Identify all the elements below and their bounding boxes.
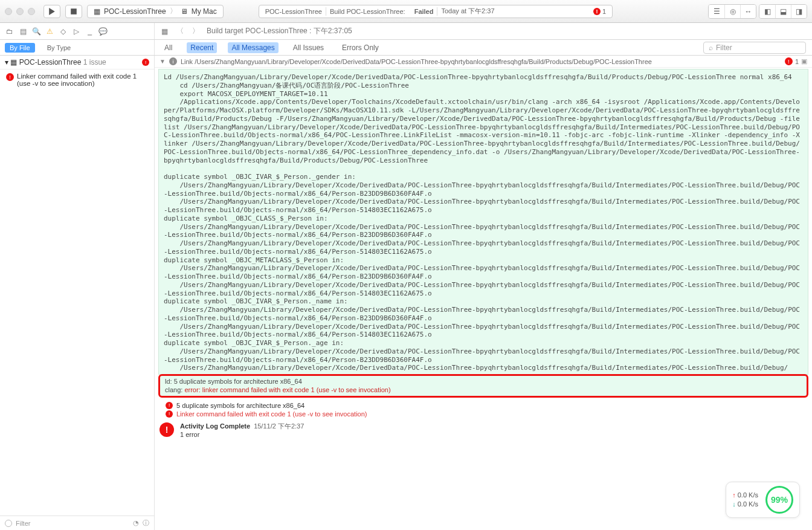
- scheme-device: My Mac: [192, 7, 217, 16]
- back-icon[interactable]: 〈: [175, 27, 185, 36]
- ld-error-line: ld: 5 duplicate symbols for architecture…: [165, 377, 802, 386]
- nav-filter-placeholder[interactable]: Filter: [16, 520, 129, 527]
- log-filter[interactable]: ⌕ Filter: [703, 42, 806, 54]
- percent-ring: 99%: [765, 486, 793, 514]
- error-count: 1: [602, 8, 606, 15]
- link-step-text: Link /Users/ZhangMangyuan/Library/Develo…: [181, 58, 652, 65]
- link-error-count: 1: [795, 58, 799, 65]
- breakpoint-nav-icon[interactable]: ⎯: [85, 27, 94, 36]
- funnel-icon: ⌕: [709, 44, 713, 52]
- disclosure-icon[interactable]: ▼: [160, 58, 166, 65]
- scope-by-type[interactable]: By Type: [42, 43, 76, 53]
- build-log-editor: ▼ i Link /Users/ZhangMangyuan/Library/De…: [155, 56, 812, 530]
- activity-status: Failed: [414, 8, 434, 15]
- report-nav-icon[interactable]: 💬: [98, 27, 108, 36]
- activity-action: Build POC-LessionThree:: [330, 8, 405, 15]
- error-icon: !: [593, 8, 601, 15]
- step-icon: i: [169, 57, 177, 65]
- activity-viewer: POC-LessionThree Build POC-LessionThree:…: [259, 5, 613, 18]
- build-log-output[interactable]: Ld /Users/ZhangMangyuan/Library/Develope…: [158, 69, 808, 375]
- scheme-selector[interactable]: ▦ POC-LessionThree 〉 🖥 My Mac: [87, 5, 224, 18]
- issue-text: Linker command failed with exit code 1 (…: [17, 73, 137, 87]
- summary-line-2: Linker command failed with exit code 1 (…: [176, 410, 367, 418]
- activity-subtitle: 1 error: [180, 431, 304, 438]
- version-editor-icon[interactable]: ↔: [740, 5, 756, 18]
- toggle-left-panel-icon[interactable]: ◧: [759, 5, 775, 18]
- error-icon: !: [166, 410, 173, 418]
- issue-nav-icon[interactable]: ⚠: [45, 27, 54, 36]
- close-window[interactable]: [5, 8, 12, 15]
- download-speed: 0.0 K/s: [732, 500, 758, 509]
- error-icon: !: [785, 57, 793, 65]
- scope-bar-row: By File By Type All Recent All Messages …: [0, 40, 812, 56]
- symbol-nav-icon[interactable]: ▤: [18, 27, 28, 36]
- network-monitor-widget: 0.0 K/s 0.0 K/s 99%: [726, 482, 800, 518]
- error-icon: !: [166, 402, 173, 409]
- activity-title: Activity Log Complete: [180, 422, 250, 430]
- scope-all[interactable]: All: [161, 42, 176, 53]
- activity-project: POC-LessionThree: [265, 8, 322, 15]
- issue-count: 1 issue: [83, 58, 106, 66]
- test-nav-icon[interactable]: ◇: [58, 27, 68, 36]
- related-items-icon[interactable]: ▦: [160, 27, 169, 36]
- jump-bar[interactable]: Build target POC-LessionThree : 下午2:37:0…: [207, 26, 352, 36]
- svg-rect-1: [71, 8, 77, 15]
- run-button[interactable]: [44, 5, 60, 18]
- debug-nav-icon[interactable]: ▷: [71, 27, 81, 36]
- project-name: POC-LessionThree: [19, 58, 82, 66]
- error-badge[interactable]: ! 1: [593, 8, 606, 15]
- issue-navigator: ▾ ▦ POC-LessionThree 1 issue ! ! Linker …: [0, 56, 155, 530]
- clang-error-line: clang: error: linker command failed with…: [165, 386, 802, 394]
- standard-editor-icon[interactable]: ☰: [709, 5, 724, 18]
- log-filter-placeholder: Filter: [716, 44, 732, 52]
- collapse-icon[interactable]: ▣: [801, 57, 807, 65]
- scope-all-issues[interactable]: All Issues: [289, 42, 327, 53]
- window-controls: [5, 8, 39, 15]
- summary-line-1: 5 duplicate symbols for architecture x86…: [176, 402, 304, 409]
- scope-by-file[interactable]: By File: [5, 43, 35, 53]
- link-step-header[interactable]: ▼ i Link /Users/ZhangMangyuan/Library/De…: [155, 56, 812, 68]
- highlighted-error-block: ld: 5 duplicate symbols for architecture…: [158, 374, 808, 398]
- scheme-icon: ▦: [94, 7, 100, 16]
- scope-recent[interactable]: Recent: [187, 42, 217, 53]
- error-badge-large-icon: !: [160, 422, 174, 437]
- stop-button[interactable]: [65, 5, 82, 18]
- svg-marker-0: [49, 8, 55, 15]
- scope-errors-only[interactable]: Errors Only: [338, 42, 382, 53]
- device-icon: 🖥: [181, 7, 188, 16]
- upload-speed: 0.0 K/s: [732, 491, 758, 500]
- project-nav-icon[interactable]: 🗀: [5, 27, 14, 36]
- activity-log-complete: ! Activity Log Complete15/11/2 下午2:37 1 …: [155, 419, 812, 441]
- toggle-right-panel-icon[interactable]: ◨: [791, 5, 807, 18]
- navigator-filter-bar: Filter ◔ ⓘ: [0, 515, 154, 530]
- chevron-right-icon: 〉: [170, 6, 177, 16]
- forward-icon[interactable]: 〉: [191, 27, 201, 36]
- activity-time: Today at 下午2:37: [441, 7, 494, 16]
- toggle-bottom-panel-icon[interactable]: ⬓: [775, 5, 791, 18]
- find-nav-icon[interactable]: 🔍: [31, 27, 41, 36]
- error-dot-icon: !: [142, 59, 149, 66]
- activity-timestamp: 15/11/2 下午2:37: [254, 422, 304, 430]
- titlebar: ▦ POC-LessionThree 〉 🖥 My Mac POC-Lessio…: [0, 0, 812, 23]
- issue-item[interactable]: ! Linker command failed with exit code 1…: [0, 69, 154, 90]
- filter-scope-icon[interactable]: [5, 520, 12, 527]
- clock-icon[interactable]: ◔: [133, 519, 139, 527]
- log-summary: !5 duplicate symbols for architecture x8…: [155, 398, 812, 419]
- scope-all-messages[interactable]: All Messages: [228, 42, 278, 53]
- project-issue-header[interactable]: ▾ ▦ POC-LessionThree 1 issue !: [0, 56, 154, 69]
- minimize-window[interactable]: [16, 8, 24, 15]
- error-icon: !: [6, 73, 14, 81]
- assistant-editor-icon[interactable]: ◎: [724, 5, 740, 18]
- editor-layout-controls: ☰ ◎ ↔ ◧ ⬓ ◨: [708, 4, 807, 19]
- zoom-window[interactable]: [28, 8, 35, 15]
- scheme-target: POC-LessionThree: [104, 7, 166, 16]
- error-filter-icon[interactable]: ⓘ: [143, 519, 149, 528]
- navigator-toolbar: 🗀 ▤ 🔍 ⚠ ◇ ▷ ⎯ 💬 ▦ 〈 〉 Build target POC-L…: [0, 23, 812, 40]
